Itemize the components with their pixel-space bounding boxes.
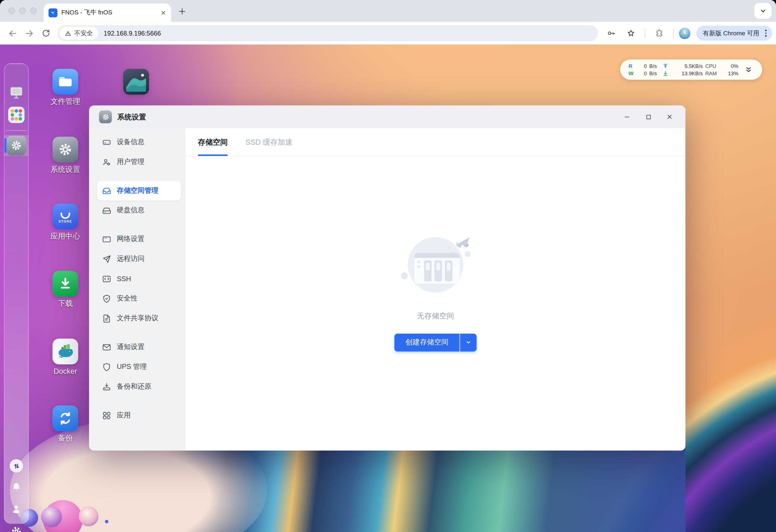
dock-user-icon[interactable]	[10, 503, 22, 515]
read-label: R	[628, 62, 636, 69]
settings-main: 存储空间SSD 缓存加速	[186, 128, 686, 450]
desktop-icon-files[interactable]: 文件管理	[52, 69, 78, 95]
desktop-icon-backup[interactable]: 备份	[52, 405, 78, 431]
fileshare-icon	[102, 314, 112, 323]
write-label: W	[628, 70, 636, 77]
chrome-update-label: 有新版 Chrome 可用	[703, 29, 759, 37]
desktop-icon-resource[interactable]	[123, 69, 149, 95]
desktop-icon-settings[interactable]: 系统设置	[52, 137, 78, 162]
sidebar-item-label: 用户管理	[117, 157, 144, 166]
sidebar-item-label: 远程访问	[117, 254, 144, 263]
ssh-icon	[102, 274, 112, 284]
download-app-icon[interactable]	[52, 271, 78, 297]
dock-desktop-icon[interactable]	[8, 84, 25, 101]
new-tab-button[interactable]	[176, 5, 188, 17]
sidebar-item-user-mgmt[interactable]: 用户管理	[97, 152, 181, 172]
settings-sidebar: 设备信息用户管理存储空间管理硬盘信息网络设置远程访问SSH安全性文件共享协议通知…	[89, 128, 186, 450]
tab-ssd-cache[interactable]: SSD 缓存加速	[245, 128, 293, 156]
write-value: 0	[636, 70, 649, 77]
window-maximize-icon[interactable]	[644, 113, 652, 121]
sidebar-item-notifications[interactable]: 通知设置	[97, 337, 181, 357]
storage-empty-panel: 无存储空间 创建存储空间	[186, 156, 686, 450]
password-key-icon[interactable]	[603, 25, 620, 41]
desktop-icon-appcenter[interactable]: STORE应用中心	[52, 204, 78, 229]
cpu-label: CPU	[705, 62, 723, 69]
apps-icon	[102, 411, 112, 420]
sidebar-item-remote-access[interactable]: 远程访问	[97, 249, 181, 269]
forward-icon[interactable]	[21, 25, 38, 41]
close-window-dot[interactable]	[8, 7, 15, 14]
url-bar[interactable]: 不安全 192.168.9.196:5666	[57, 25, 598, 41]
sidebar-item-security[interactable]: 安全性	[97, 289, 181, 308]
sidebar-item-label: 备份和还原	[117, 382, 151, 391]
sidebar-item-storage-mgmt[interactable]: 存储空间管理	[97, 181, 181, 201]
upload-speed: 5.5KB/s	[673, 62, 706, 69]
storage-tabs: 存储空间SSD 缓存加速	[186, 128, 686, 156]
storage-icon	[102, 186, 112, 195]
create-storage-button[interactable]: 创建存储空间	[395, 333, 459, 351]
backup-app-icon[interactable]	[52, 405, 78, 431]
chrome-update-button[interactable]: 有新版 Chrome 可用	[697, 26, 772, 41]
dock-transfer-icon[interactable]	[10, 459, 23, 473]
sidebar-item-label: 文件共享协议	[117, 314, 158, 323]
sidebar-item-ssh[interactable]: SSH	[97, 269, 181, 289]
dock	[4, 63, 29, 524]
tab-search-button[interactable]	[754, 3, 772, 19]
extensions-puzzle-icon[interactable]	[651, 25, 668, 41]
dock-notifications-bell-icon[interactable]	[10, 481, 22, 493]
sidebar-item-disk-info[interactable]: 硬盘信息	[97, 201, 181, 220]
empty-storage-message: 无存储空间	[417, 311, 454, 321]
sidebar-item-device-info[interactable]: 设备信息	[97, 132, 181, 152]
maximize-window-dot[interactable]	[30, 7, 37, 14]
security-chip[interactable]: 不安全	[59, 27, 98, 39]
settings-app-icon[interactable]	[52, 137, 78, 162]
appcenter-app-icon[interactable]: STORE	[52, 204, 78, 229]
network-icon	[102, 234, 112, 244]
sidebar-item-network[interactable]: 网络设置	[97, 229, 181, 249]
notify-icon	[102, 342, 112, 352]
wallpaper-sphere	[41, 507, 62, 527]
wallpaper-sphere	[105, 520, 109, 523]
dock-settings-gear-icon[interactable]	[10, 525, 22, 532]
tab-title: FNOS - 飞牛 fnOS	[61, 8, 160, 17]
dock-app-grid-icon[interactable]	[8, 107, 24, 123]
browser-menu-icon[interactable]	[764, 30, 768, 36]
create-storage-dropdown-icon[interactable]	[460, 333, 476, 351]
window-title: 系统设置	[117, 112, 146, 122]
read-unit: B/s	[649, 62, 662, 69]
profile-avatar[interactable]	[679, 27, 691, 39]
system-stats-widget[interactable]: R 0 B/s 5.5KB/s CPU 0% W 0 B/s 13.9KB/s …	[620, 59, 762, 80]
window-minimize-icon[interactable]	[623, 113, 631, 121]
upload-arrow-icon	[662, 63, 673, 69]
files-app-icon[interactable]	[52, 69, 78, 95]
minimize-window-dot[interactable]	[19, 7, 26, 14]
tab-close-icon[interactable]	[160, 10, 166, 16]
desktop-icon-label: 文件管理	[31, 97, 100, 107]
desktop: R 0 B/s 5.5KB/s CPU 0% W 0 B/s 13.9KB/s …	[0, 44, 776, 532]
window-traffic-lights[interactable]	[8, 7, 37, 14]
sidebar-item-label: 安全性	[117, 294, 138, 303]
resource-app-icon[interactable]	[123, 69, 149, 95]
sidebar-item-label: UPS 管理	[117, 362, 147, 371]
back-icon[interactable]	[4, 25, 21, 41]
dock-system-settings-icon[interactable]	[7, 136, 26, 156]
sidebar-item-backup-restore[interactable]: 备份和还原	[97, 377, 181, 396]
window-titlebar[interactable]: 系统设置	[89, 106, 686, 128]
backuptray-icon	[102, 382, 112, 391]
toolbar-right: 有新版 Chrome 可用	[603, 25, 772, 41]
tab-storage-space[interactable]: 存储空间	[198, 128, 228, 156]
desktop-icon-download[interactable]: 下载	[52, 271, 78, 297]
sidebar-item-apps[interactable]: 应用	[97, 405, 181, 425]
docker-app-icon[interactable]	[52, 339, 78, 365]
browser-tab[interactable]: FNOS - 飞牛 fnOS	[44, 4, 172, 22]
sidebar-item-label: 网络设置	[117, 235, 144, 244]
desktop-icon-docker[interactable]: Docker	[52, 339, 78, 365]
reload-icon[interactable]	[38, 25, 54, 41]
stats-collapse-icon[interactable]	[745, 66, 752, 73]
window-close-icon[interactable]	[665, 113, 673, 121]
device-icon	[102, 137, 112, 147]
sidebar-item-ups-mgmt[interactable]: UPS 管理	[97, 357, 181, 377]
bookmark-star-icon[interactable]	[623, 25, 639, 41]
sidebar-item-file-sharing[interactable]: 文件共享协议	[97, 308, 181, 328]
remote-icon	[102, 254, 112, 264]
